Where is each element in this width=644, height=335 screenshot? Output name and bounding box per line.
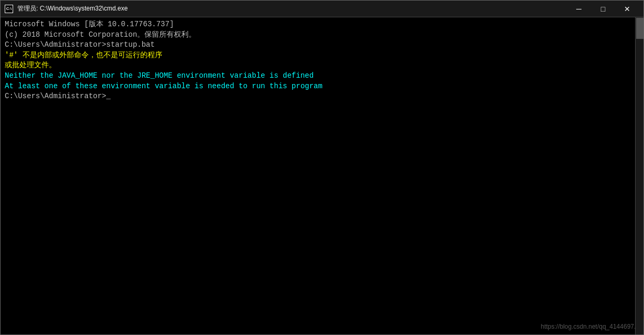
maximize-button[interactable]: □ [591,1,615,17]
console-line: (c) 2018 Microsoft Corporation。保留所有权利。 [5,30,639,40]
minimize-button[interactable]: ─ [567,1,591,17]
console-line: C:\Users\Administrator>_ [5,91,639,102]
titlebar: C:\ 管理员: C:\Windows\system32\cmd.exe ─ □… [1,1,643,17]
scrollbar-thumb[interactable] [636,18,643,39]
console-line: 或批处理文件。 [5,60,639,71]
titlebar-icon: C:\ [5,5,13,13]
console-body[interactable]: Microsoft Windows [版本 10.0.17763.737](c)… [1,17,643,334]
cmd-icon: C:\ [5,5,13,13]
console-line: Microsoft Windows [版本 10.0.17763.737] [5,19,639,30]
console-line: At least one of these environment variab… [5,81,639,92]
watermark: https://blog.csdn.net/qq_4144697... [541,323,639,330]
cmd-window: C:\ 管理员: C:\Windows\system32\cmd.exe ─ □… [0,0,644,335]
console-output: Microsoft Windows [版本 10.0.17763.737](c)… [5,19,639,102]
titlebar-title: 管理员: C:\Windows\system32\cmd.exe [17,4,567,13]
titlebar-controls: ─ □ ✕ [567,1,639,17]
console-line: C:\Users\Administrator>startup.bat [5,40,639,50]
console-line: '#' 不是内部或外部命令，也不是可运行的程序 [5,50,639,61]
scrollbar[interactable] [635,17,643,334]
console-line: Neither the JAVA_HOME nor the JRE_HOME e… [5,71,639,81]
close-button[interactable]: ✕ [615,1,639,17]
